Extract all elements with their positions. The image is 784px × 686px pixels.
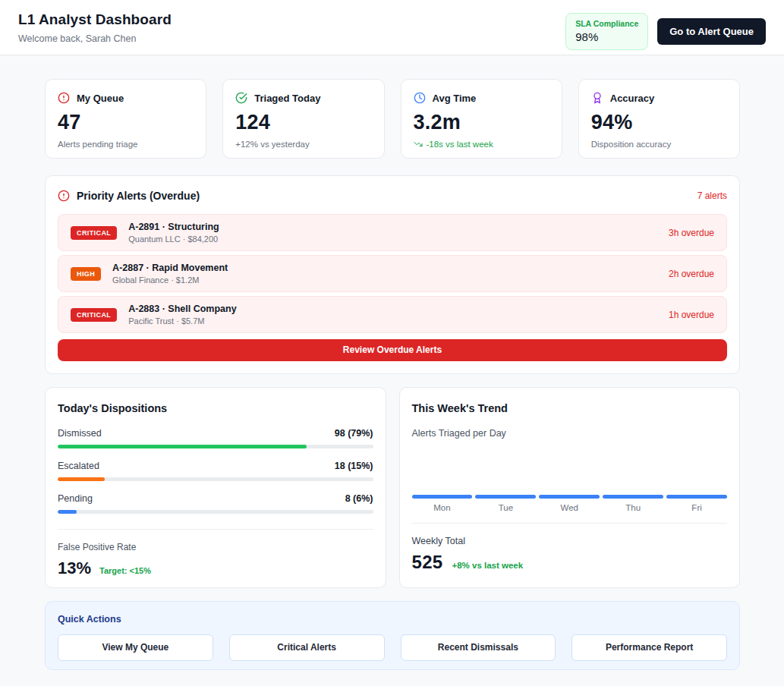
progress-bar-track — [58, 477, 373, 481]
progress-bar-fill — [58, 510, 77, 514]
chart-column: Mon — [412, 495, 473, 512]
stat-label: Triaged Today — [254, 93, 320, 104]
sla-compliance-label: SLA Compliance — [575, 19, 638, 28]
dispositions-title: Today's Dispositions — [58, 400, 373, 414]
progress-bar-track — [58, 445, 373, 448]
alert-count-badge: 7 alerts — [697, 190, 727, 201]
severity-badge: CRITICAL — [71, 308, 117, 322]
alert-row[interactable]: CRITICAL A-2883 · Shell Company Pacific … — [58, 296, 727, 333]
check-circle-icon — [235, 92, 247, 104]
disposition-label: Dismissed — [58, 428, 102, 439]
clock-icon — [414, 92, 426, 104]
disposition-value: 8 (6%) — [345, 493, 373, 504]
header-actions: SLA Compliance 98% Go to Alert Queue — [565, 13, 766, 50]
stat-card-my-queue: My Queue 47 Alerts pending triage — [45, 79, 206, 159]
go-to-alert-queue-button[interactable]: Go to Alert Queue — [657, 18, 766, 45]
alert-detail: Quantum LLC · $84,200 — [128, 234, 669, 244]
stat-value: 124 — [235, 111, 371, 134]
progress-bar-track — [58, 510, 373, 514]
stat-card-accuracy: Accuracy 94% Disposition accuracy — [578, 79, 740, 159]
recent-dismissals-button[interactable]: Recent Dismissals — [401, 634, 556, 661]
stat-subtext: Alerts pending triage — [58, 140, 194, 149]
alert-circle-icon — [58, 92, 70, 104]
view-my-queue-button[interactable]: View My Queue — [58, 634, 213, 661]
alert-title: A-2891 · Structuring — [128, 222, 669, 232]
welcome-message: Welcome back, Sarah Chen — [18, 33, 172, 44]
false-positive-rate-value: 13% — [58, 559, 91, 578]
dashboard-main: My Queue 47 Alerts pending triage Triage… — [0, 55, 784, 670]
chart-bar — [603, 495, 663, 499]
app-header: L1 Analyst Dashboard Welcome back, Sarah… — [0, 0, 784, 55]
progress-bar-fill — [58, 477, 105, 481]
progress-bar-fill — [58, 445, 307, 448]
chart-subtitle: Alerts Triaged per Day — [412, 428, 728, 439]
alerts-per-day-bar-chart: Mon Tue Wed Thu Fri — [412, 440, 728, 512]
stat-subtext: -18s vs last week — [414, 140, 549, 149]
section-divider — [412, 523, 728, 524]
weekly-trend-title: This Week's Trend — [412, 400, 728, 414]
sla-compliance-value: 98% — [575, 30, 638, 43]
disposition-value: 18 (15%) — [335, 461, 373, 471]
performance-report-button[interactable]: Performance Report — [571, 634, 727, 661]
false-positive-rate-label: False Positive Rate — [58, 542, 373, 552]
chart-day-label: Fri — [666, 503, 727, 512]
chart-column: Fri — [666, 495, 727, 512]
critical-alerts-button[interactable]: Critical Alerts — [229, 634, 385, 661]
alert-circle-icon — [58, 190, 70, 202]
priority-alerts-title: Priority Alerts (Overdue) — [77, 190, 200, 202]
weekly-total-value: 525 — [412, 552, 443, 573]
weekly-total-label: Weekly Total — [412, 536, 728, 546]
weekly-trend-panel: This Week's Trend Alerts Triaged per Day… — [399, 387, 741, 588]
stats-row: My Queue 47 Alerts pending triage Triage… — [45, 79, 740, 159]
alert-row[interactable]: HIGH A-2887 · Rapid Movement Global Fina… — [58, 255, 727, 292]
header-left: L1 Analyst Dashboard Welcome back, Sarah… — [18, 11, 172, 44]
severity-badge: HIGH — [71, 267, 101, 281]
chart-bar — [475, 495, 536, 499]
weekly-total-delta: +8% vs last week — [452, 561, 523, 570]
stat-card-triaged-today: Triaged Today 124 +12% vs yesterday — [222, 79, 384, 159]
alert-title: A-2883 · Shell Company — [128, 304, 669, 314]
stat-value: 3.2m — [414, 111, 549, 134]
award-icon — [591, 92, 603, 104]
quick-actions-panel: Quick Actions View My Queue Critical Ale… — [45, 601, 740, 670]
stat-card-avg-time: Avg Time 3.2m -18s vs last week — [401, 79, 562, 159]
chart-column: Wed — [539, 495, 600, 512]
false-positive-rate-target: Target: <15% — [99, 566, 151, 575]
dispositions-panel: Today's Dispositions Dismissed 98 (79%) … — [45, 387, 386, 588]
priority-alerts-card: Priority Alerts (Overdue) 7 alerts CRITI… — [45, 175, 740, 374]
disposition-row-escalated: Escalated 18 (15%) — [58, 461, 373, 481]
sla-compliance-badge: SLA Compliance 98% — [565, 13, 648, 50]
stat-value: 47 — [58, 111, 194, 134]
alert-overdue-time: 3h overdue — [669, 228, 714, 238]
section-divider — [58, 529, 373, 530]
stat-subtext: Disposition accuracy — [591, 140, 727, 149]
stat-label: Accuracy — [610, 93, 655, 104]
disposition-label: Pending — [58, 493, 93, 504]
chart-column: Tue — [475, 495, 536, 512]
disposition-label: Escalated — [58, 461, 99, 471]
chart-bar — [539, 495, 600, 499]
chart-day-label: Mon — [412, 503, 473, 512]
chart-day-label: Wed — [539, 503, 600, 512]
chart-day-label: Tue — [475, 503, 536, 512]
disposition-row-pending: Pending 8 (6%) — [58, 493, 373, 514]
severity-badge: CRITICAL — [71, 226, 117, 240]
disposition-value: 98 (79%) — [335, 428, 373, 439]
alert-row[interactable]: CRITICAL A-2891 · Structuring Quantum LL… — [58, 214, 727, 251]
trending-down-icon — [414, 140, 423, 149]
alert-detail: Global Finance · $1.2M — [112, 275, 669, 285]
alert-overdue-time: 1h overdue — [669, 310, 714, 320]
stat-label: Avg Time — [433, 93, 477, 104]
review-overdue-alerts-button[interactable]: Review Overdue Alerts — [58, 339, 727, 361]
stat-value: 94% — [591, 111, 727, 134]
quick-actions-title: Quick Actions — [58, 614, 727, 625]
alert-overdue-time: 2h overdue — [669, 269, 714, 279]
chart-bar — [666, 495, 727, 499]
chart-column: Thu — [603, 495, 663, 512]
alert-title: A-2887 · Rapid Movement — [112, 263, 669, 273]
stat-label: My Queue — [77, 93, 124, 104]
stat-subtext: +12% vs yesterday — [235, 140, 371, 149]
disposition-row-dismissed: Dismissed 98 (79%) — [58, 428, 373, 448]
chart-day-label: Thu — [603, 503, 663, 512]
chart-bar — [412, 495, 473, 499]
